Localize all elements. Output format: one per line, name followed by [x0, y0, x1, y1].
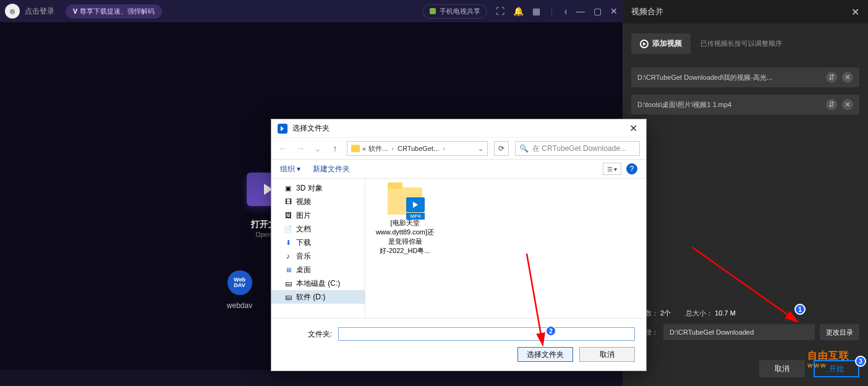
add-hint: 已传视频长按可以调整顺序 — [700, 39, 782, 48]
folder-name-label: 文件夹: — [283, 329, 332, 340]
folder-item-name: [电影天堂www.dytt89.com]还是觉得你最好-2022_HD粤... — [374, 218, 436, 255]
chevron-right-icon: › — [391, 145, 394, 152]
clip-name: D:\tools\桌面\照片\视频1 1.mp4 — [637, 100, 821, 109]
new-folder-link[interactable]: 新建文件夹 — [313, 164, 350, 174]
tree-documents[interactable]: 📄文档 — [271, 222, 365, 236]
dialog-footer: 文件夹: 选择文件夹 取消 — [271, 318, 646, 371]
clip-row[interactable]: D:\tools\桌面\照片\视频1 1.mp4 ⇵ ✕ — [631, 95, 859, 114]
apps-icon[interactable]: ▦ — [532, 6, 540, 16]
search-icon: 🔍 — [519, 144, 529, 153]
merge-panel: 视频合并 ✕ 添加视频 已传视频长按可以调整顺序 D:\CRTubeGet Do… — [623, 0, 868, 386]
nav-up-icon[interactable]: ↑ — [330, 144, 341, 153]
window-controls: ⛶ 🔔 ▦ ⫞ — ▢ ✕ — [496, 6, 618, 16]
dialog-search[interactable]: 🔍 在 CRTubeGet Downloade... — [515, 141, 640, 156]
nav-tree: ▣3D 对象 🎞视频 🖼图片 📄文档 ⬇下载 ♪音乐 🖥桌面 🖴本地磁盘 (C:… — [271, 179, 365, 318]
annotation-badge-3: 3 — [855, 356, 866, 367]
vip-pill[interactable]: V 尊享下载提速、强悍解码 — [66, 4, 162, 19]
crumb-prefix: « — [362, 145, 366, 152]
nav-recent-icon[interactable]: ⌄ — [312, 144, 323, 153]
footer-bar — [0, 370, 623, 386]
dialog-app-icon — [278, 124, 287, 134]
film-icon: 🎞 — [284, 197, 292, 206]
help-icon[interactable]: ? — [626, 163, 637, 174]
drive-icon: 🖴 — [284, 293, 292, 301]
tree-3d-objects[interactable]: ▣3D 对象 — [271, 181, 365, 195]
android-icon — [430, 8, 436, 14]
folder-picker-dialog: 选择文件夹 ✕ ← → ⌄ ↑ « 软件... › CRTubeGet... ›… — [271, 119, 647, 371]
crumb-segment[interactable]: 软件... — [368, 144, 388, 153]
tree-downloads[interactable]: ⬇下载 — [271, 236, 365, 249]
organize-menu[interactable]: 组织 ▾ — [280, 164, 300, 174]
bell-icon[interactable]: 🔔 — [513, 6, 524, 16]
maximize-icon[interactable]: ▢ — [594, 6, 602, 16]
tree-music[interactable]: ♪音乐 — [271, 249, 365, 263]
titlebar: ☻ 点击登录 V 尊享下载提速、强悍解码 手机电视共享 ⛶ 🔔 ▦ ⫞ — ▢ … — [0, 0, 623, 22]
webdav-label: webdav — [221, 301, 258, 310]
vip-v-icon: V — [73, 7, 77, 15]
tree-desktop[interactable]: 🖥桌面 — [271, 263, 365, 277]
nav-forward-icon: → — [295, 144, 306, 153]
nav-back-icon: ← — [278, 144, 289, 153]
count-value: 2个 — [660, 309, 671, 317]
webdav-item[interactable]: WebDAV webdav — [221, 270, 258, 312]
merge-cancel-button[interactable]: 取消 — [759, 360, 805, 377]
minimize-icon[interactable]: — — [576, 6, 585, 16]
desktop-icon: 🖥 — [284, 265, 292, 274]
folder-name-input[interactable] — [338, 327, 635, 341]
phone-share-pill[interactable]: 手机电视共享 — [423, 4, 487, 19]
view-mode-icon[interactable]: ☰ ▾ — [603, 163, 621, 175]
login-link[interactable]: 点击登录 — [25, 6, 54, 17]
add-video-button[interactable]: 添加视频 — [631, 33, 691, 54]
dialog-close-icon[interactable]: ✕ — [627, 122, 640, 134]
dialog-cancel-button[interactable]: 取消 — [579, 347, 635, 362]
merge-panel-title-bar: 视频合并 ✕ — [623, 0, 868, 24]
crumb-segment[interactable]: CRTubeGet... — [398, 145, 439, 152]
change-dir-button[interactable]: 更改目录 — [820, 324, 859, 340]
dialog-titlebar: 选择文件夹 ✕ — [271, 119, 646, 138]
watermark: 自由互联 WWW — [807, 350, 849, 369]
dialog-toolbar: 组织 ▾ 新建文件夹 ☰ ▾ ? — [271, 159, 646, 179]
folder-item[interactable]: [电影天堂www.dytt89.com]还是觉得你最好-2022_HD粤... — [374, 187, 436, 255]
panel-close-icon[interactable]: ✕ — [851, 6, 859, 18]
play-circle-icon — [640, 40, 649, 48]
select-folder-button[interactable]: 选择文件夹 — [517, 347, 573, 362]
webdav-icon: WebDAV — [228, 270, 252, 295]
save-path-box: D:\CRTubeGet Downloaded — [663, 324, 815, 340]
reorder-icon[interactable]: ⇵ — [826, 72, 837, 83]
dialog-body: ▣3D 对象 🎞视频 🖼图片 📄文档 ⬇下载 ♪音乐 🖥桌面 🖴本地磁盘 (C:… — [271, 179, 646, 318]
add-row: 添加视频 已传视频长按可以调整顺序 — [623, 24, 868, 64]
close-icon[interactable]: ✕ — [610, 6, 618, 16]
refresh-icon[interactable]: ⟳ — [494, 141, 509, 156]
dialog-nav: ← → ⌄ ↑ « 软件... › CRTubeGet... › ⌄ ⟳ 🔍 在… — [271, 138, 646, 159]
remove-clip-icon[interactable]: ✕ — [842, 99, 853, 110]
reorder-icon[interactable]: ⇵ — [826, 99, 837, 110]
annotation-badge-2: 2 — [545, 325, 556, 337]
size-value: 10.7 M — [715, 309, 736, 317]
phone-share-label: 手机电视共享 — [440, 7, 480, 16]
gift-icon[interactable]: ⛶ — [496, 6, 504, 16]
size-label: 总大小： — [686, 309, 713, 317]
divider — [551, 7, 552, 15]
image-icon: 🖼 — [284, 211, 292, 220]
remove-clip-icon[interactable]: ✕ — [842, 72, 853, 83]
avatar-icon[interactable]: ☻ — [5, 4, 20, 19]
tree-drive-d[interactable]: 🖴软件 (D:) — [271, 290, 365, 304]
annotation-badge-1: 1 — [794, 304, 806, 315]
tree-pictures[interactable]: 🖼图片 — [271, 208, 365, 222]
tree-videos[interactable]: 🎞视频 — [271, 195, 365, 208]
vip-pill-label: 尊享下载提速、强悍解码 — [80, 7, 155, 16]
music-icon: ♪ — [284, 252, 292, 260]
merge-panel-title: 视频合并 — [631, 6, 663, 17]
file-grid[interactable]: [电影天堂www.dytt89.com]还是觉得你最好-2022_HD粤... — [365, 179, 646, 318]
document-icon: 📄 — [284, 225, 292, 233]
merge-panel-footer: 件总数： 2个 总大小： 10.7 M 存路径： D:\CRTubeGet Do… — [623, 301, 868, 386]
breadcrumb[interactable]: « 软件... › CRTubeGet... › ⌄ — [347, 141, 488, 156]
clip-name: D:\CRTubeGet Downloaded\我的视频-高光... — [637, 73, 821, 82]
crumb-dropdown-icon[interactable]: ⌄ — [478, 145, 483, 153]
drive-icon: 🖴 — [284, 279, 292, 288]
compact-icon[interactable]: ⫞ — [563, 6, 568, 16]
tree-drive-c[interactable]: 🖴本地磁盘 (C:) — [271, 277, 365, 290]
dialog-title: 选择文件夹 — [292, 123, 330, 134]
download-icon: ⬇ — [284, 238, 292, 247]
clip-row[interactable]: D:\CRTubeGet Downloaded\我的视频-高光... ⇵ ✕ — [631, 67, 859, 87]
